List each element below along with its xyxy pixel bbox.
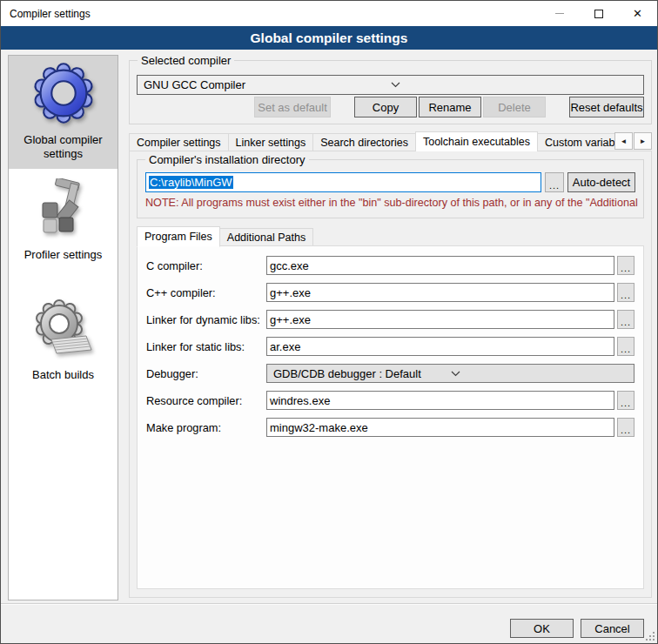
selected-text: C:\raylib\MinGW bbox=[149, 176, 233, 189]
toolchain-executables-page: Compiler's installation directory C:\ray… bbox=[129, 151, 652, 598]
select-value: GDB/CDB debugger : Default bbox=[273, 367, 451, 380]
page-title: Global compiler settings bbox=[1, 26, 657, 50]
maximize-button[interactable] bbox=[579, 1, 618, 26]
compiler-select[interactable]: GNU GCC Compiler bbox=[137, 75, 644, 95]
sidebar-item-label: Batch builds bbox=[10, 368, 116, 382]
field-row-linker-for-static-libs: Linker for static libs:ar.exe... bbox=[146, 337, 634, 356]
field-row-c-compiler: C compiler:gcc.exe... bbox=[146, 256, 634, 275]
scroll-left-icon: ◄ bbox=[621, 138, 628, 145]
sidebar-item-profiler-settings[interactable]: Profiler settings bbox=[9, 174, 118, 270]
close-button[interactable]: ✕ bbox=[618, 1, 657, 26]
tab-scroll-buttons: ◄ ► bbox=[614, 132, 652, 150]
field-label: Linker for dynamic libs: bbox=[146, 313, 266, 326]
program-files-panel: C compiler:gcc.exe...C++ compiler:g++.ex… bbox=[137, 245, 644, 589]
group-label: Selected compiler bbox=[138, 54, 234, 67]
tab-custom-variables[interactable]: Custom variables bbox=[537, 133, 614, 151]
tab-toolchain-executables[interactable]: Toolchain executables bbox=[415, 131, 538, 151]
chevron-down-icon bbox=[451, 371, 628, 377]
subtab-additional-paths[interactable]: Additional Paths bbox=[219, 228, 313, 246]
input-value: gcc.exe bbox=[270, 259, 309, 272]
tab-linker-settings[interactable]: Linker settings bbox=[228, 133, 314, 151]
tab-search-directories[interactable]: Search directories bbox=[312, 133, 416, 151]
field-row-linker-for-dynamic-libs: Linker for dynamic libs:g++.exe... bbox=[146, 310, 634, 329]
installation-directory-group: Compiler's installation directory C:\ray… bbox=[137, 159, 644, 218]
compiler-settings-dialog: Compiler settings ✕ Global compiler sett… bbox=[0, 0, 658, 644]
linker-for-dynamic-libs-input[interactable]: g++.exe bbox=[266, 310, 614, 329]
group-label: Compiler's installation directory bbox=[145, 153, 309, 166]
note-text: NOTE: All programs must exist either in … bbox=[145, 197, 642, 209]
field-row-cpp-compiler: C++ compiler:g++.exe... bbox=[146, 283, 634, 302]
field-label: Make program: bbox=[146, 421, 266, 434]
browse-cpp-compiler-button[interactable]: ... bbox=[617, 283, 634, 302]
browse-make-program-button[interactable]: ... bbox=[617, 418, 634, 437]
settings-category-list: Global compiler settings Profiler settin… bbox=[8, 55, 118, 600]
compiler-select-value: GNU GCC Compiler bbox=[144, 78, 391, 91]
rename-button[interactable]: Rename bbox=[419, 97, 481, 117]
field-label: Debugger: bbox=[146, 367, 266, 380]
field-label: C compiler: bbox=[146, 259, 266, 272]
field-label: Linker for static libs: bbox=[146, 340, 266, 353]
set-as-default-button: Set as default bbox=[254, 97, 331, 117]
subtab-program-files[interactable]: Program Files bbox=[137, 226, 220, 247]
c-compiler-input[interactable]: gcc.exe bbox=[266, 256, 614, 275]
browse-resource-compiler-button[interactable]: ... bbox=[617, 391, 634, 410]
scroll-right-icon: ► bbox=[640, 138, 647, 145]
make-program-input[interactable]: mingw32-make.exe bbox=[266, 418, 614, 437]
sidebar-item-label: Profiler settings bbox=[10, 248, 116, 262]
sidebar-item-batch-builds[interactable]: Batch builds bbox=[9, 294, 118, 390]
debugger-select[interactable]: GDB/CDB debugger : Default bbox=[266, 364, 634, 383]
profiler-caliper-icon bbox=[10, 178, 116, 244]
window-controls: ✕ bbox=[540, 1, 657, 26]
browse-directory-button[interactable]: ... bbox=[545, 172, 564, 192]
tab-scroll-right-button[interactable]: ► bbox=[634, 132, 652, 150]
tab-scroll-left-button[interactable]: ◄ bbox=[614, 132, 633, 150]
auto-detect-button[interactable]: Auto-detect bbox=[567, 172, 635, 192]
program-files-tabstrip: Program FilesAdditional Paths bbox=[137, 225, 312, 246]
browse-c-compiler-button[interactable]: ... bbox=[617, 256, 634, 275]
close-icon: ✕ bbox=[633, 8, 642, 19]
input-value: windres.exe bbox=[270, 394, 330, 407]
cpp-compiler-input[interactable]: g++.exe bbox=[266, 283, 614, 302]
resource-compiler-input[interactable]: windres.exe bbox=[266, 391, 614, 410]
chevron-down-icon bbox=[391, 82, 638, 88]
maximize-icon bbox=[594, 10, 603, 18]
titlebar[interactable]: Compiler settings ✕ bbox=[1, 1, 657, 26]
gear-icon bbox=[10, 60, 116, 129]
compiler-actions: Set as defaultCopyRenameDeleteReset defa… bbox=[137, 97, 644, 117]
reset-defaults-button[interactable]: Reset defaults bbox=[569, 97, 644, 117]
browse-linker-for-dynamic-libs-button[interactable]: ... bbox=[617, 310, 634, 329]
input-value: ar.exe bbox=[270, 340, 300, 353]
installation-directory-row: C:\raylib\MinGW ... Auto-detect bbox=[145, 172, 635, 192]
cancel-button[interactable]: Cancel bbox=[581, 619, 644, 638]
sidebar-item-label: Global compiler settings bbox=[10, 133, 116, 161]
main-tabstrip: Compiler settingsLinker settingsSearch d… bbox=[129, 131, 652, 151]
ok-button[interactable]: OK bbox=[510, 619, 574, 638]
input-value: g++.exe bbox=[270, 286, 311, 299]
tab-compiler-settings[interactable]: Compiler settings bbox=[129, 133, 229, 151]
input-value: mingw32-make.exe bbox=[270, 421, 368, 434]
copy-button[interactable]: Copy bbox=[354, 97, 417, 117]
field-label: Resource compiler: bbox=[146, 394, 266, 407]
browse-linker-for-static-libs-button[interactable]: ... bbox=[617, 337, 634, 356]
batch-builds-icon bbox=[10, 299, 116, 364]
delete-button: Delete bbox=[483, 97, 546, 117]
minimize-icon bbox=[555, 13, 564, 14]
footer-divider bbox=[1, 603, 657, 605]
linker-for-static-libs-input[interactable]: ar.exe bbox=[266, 337, 614, 356]
installation-directory-input[interactable]: C:\raylib\MinGW bbox=[145, 172, 541, 192]
sidebar-item-global-compiler-settings[interactable]: Global compiler settings bbox=[9, 56, 118, 169]
input-value: g++.exe bbox=[270, 313, 311, 326]
field-label: C++ compiler: bbox=[146, 286, 266, 299]
resize-grip[interactable] bbox=[645, 631, 655, 641]
minimize-button[interactable] bbox=[540, 1, 579, 26]
field-row-debugger: Debugger:GDB/CDB debugger : Default bbox=[146, 364, 634, 383]
window-title: Compiler settings bbox=[1, 8, 91, 20]
field-row-make-program: Make program:mingw32-make.exe... bbox=[146, 418, 634, 437]
field-row-resource-compiler: Resource compiler:windres.exe... bbox=[146, 391, 634, 410]
selected-compiler-group: Selected compiler GNU GCC Compiler Set a… bbox=[129, 60, 652, 124]
